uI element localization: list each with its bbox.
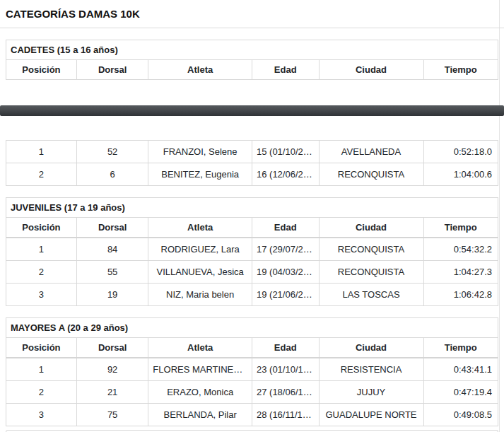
category-section-mayores-a: MAYORES A (20 a 29 años) Posición Dorsal… xyxy=(6,317,498,426)
col-edad: Edad xyxy=(252,338,319,358)
cell-ciudad: AVELLANEDA xyxy=(319,141,423,163)
cell-atleta: NIZ, Maria belen xyxy=(148,284,252,306)
cell-tiempo: 0:49:08.5 xyxy=(423,404,498,426)
cell-ciudad: RESISTENCIA xyxy=(319,358,423,381)
cell-tiempo: 1:06:42.8 xyxy=(423,284,498,306)
cell-ciudad: LAS TOSCAS xyxy=(319,284,423,306)
table-row: 1 84 RODRIGUEZ, Lara 17 (29/07/2002) REC… xyxy=(6,238,498,261)
col-ciudad: Ciudad xyxy=(319,338,423,358)
cell-atleta: VILLANUEVA, Jesica xyxy=(148,261,252,284)
cell-dorsal: 75 xyxy=(76,404,148,426)
ad-banner xyxy=(0,105,504,116)
cell-posicion: 2 xyxy=(6,381,76,404)
cell-edad: 15 (01/10/2003) xyxy=(252,141,319,163)
table-row: 3 75 BERLANDA, Pilar 28 (16/11/1990) GUA… xyxy=(6,404,498,426)
category-header-mayores-a: MAYORES A (20 a 29 años) xyxy=(6,318,498,338)
cell-dorsal: 55 xyxy=(76,261,148,284)
col-atleta: Atleta xyxy=(148,60,252,79)
cell-atleta: BERLANDA, Pilar xyxy=(148,404,252,426)
results-table-juveniles: Posición Dorsal Atleta Edad Ciudad Tiemp… xyxy=(6,218,498,305)
col-tiempo: Tiempo xyxy=(423,218,498,238)
col-atleta: Atleta xyxy=(148,338,252,358)
cell-atleta: RODRIGUEZ, Lara xyxy=(148,238,252,261)
cell-atleta: FRANZOI, Selene xyxy=(148,141,252,163)
cell-posicion: 1 xyxy=(6,141,76,163)
cell-edad: 28 (16/11/1990) xyxy=(252,404,319,426)
cell-ciudad: JUJUY xyxy=(319,381,423,404)
col-dorsal: Dorsal xyxy=(76,338,148,358)
results-table-cadetes: 1 52 FRANZOI, Selene 15 (01/10/2003) AVE… xyxy=(6,141,498,185)
cell-tiempo: 0:43:41.1 xyxy=(423,358,498,381)
cell-ciudad: RECONQUISTA xyxy=(319,163,423,186)
col-ciudad: Ciudad xyxy=(319,218,423,238)
results-page: CATEGORÍAS DAMAS 10K CADETES (15 a 16 añ… xyxy=(0,0,504,432)
cell-posicion: 3 xyxy=(6,284,76,306)
col-atleta: Atleta xyxy=(148,218,252,238)
col-posicion: Posición xyxy=(6,338,76,358)
col-posicion: Posición xyxy=(6,60,76,79)
category-section-juveniles: JUVENILES (17 a 19 años) Posición Dorsal… xyxy=(6,197,498,306)
cell-edad: 17 (29/07/2002) xyxy=(252,238,319,261)
cell-edad: 19 (21/06/2000) xyxy=(252,284,319,306)
cell-dorsal: 19 xyxy=(76,284,148,306)
results-table-cadetes-head: Posición Dorsal Atleta Edad Ciudad Tiemp… xyxy=(6,60,498,79)
cell-edad: 23 (01/10/1995) xyxy=(252,358,319,381)
cell-tiempo: 1:04:00.6 xyxy=(423,163,498,186)
cell-ciudad: GUADALUPE NORTE xyxy=(319,404,423,426)
cell-posicion: 2 xyxy=(6,163,76,186)
table-row: 1 52 FRANZOI, Selene 15 (01/10/2003) AVE… xyxy=(6,141,498,163)
cell-ciudad: RECONQUISTA xyxy=(319,261,423,284)
table-row: 3 19 NIZ, Maria belen 19 (21/06/2000) LA… xyxy=(6,284,498,306)
cell-atleta: BENITEZ, Eugenia xyxy=(148,163,252,186)
col-dorsal: Dorsal xyxy=(76,218,148,238)
cell-tiempo: 0:52:18.0 xyxy=(423,141,498,163)
cell-posicion: 3 xyxy=(6,404,76,426)
column-header-row: Posición Dorsal Atleta Edad Ciudad Tiemp… xyxy=(6,218,498,238)
page-title: CATEGORÍAS DAMAS 10K xyxy=(0,0,504,28)
col-dorsal: Dorsal xyxy=(76,60,148,79)
column-header-row: Posición Dorsal Atleta Edad Ciudad Tiemp… xyxy=(6,338,498,358)
cell-edad: 19 (04/03/2000) xyxy=(252,261,319,284)
cell-tiempo: 1:04:27.3 xyxy=(423,261,498,284)
col-tiempo: Tiempo xyxy=(423,338,498,358)
category-header-juveniles: JUVENILES (17 a 19 años) xyxy=(6,198,498,218)
cell-dorsal: 92 xyxy=(76,358,148,381)
cell-ciudad: RECONQUISTA xyxy=(319,238,423,261)
category-header-cadetes: CADETES (15 a 16 años) xyxy=(6,40,498,60)
results-table-mayores-a: Posición Dorsal Atleta Edad Ciudad Tiemp… xyxy=(6,338,498,426)
cell-dorsal: 52 xyxy=(76,141,148,163)
cell-posicion: 2 xyxy=(6,261,76,284)
col-tiempo: Tiempo xyxy=(423,60,498,79)
category-section-cadetes-head: CADETES (15 a 16 años) Posición Dorsal A… xyxy=(6,40,498,80)
cell-atleta: ERAZO, Monica xyxy=(148,381,252,404)
col-posicion: Posición xyxy=(6,218,76,238)
col-edad: Edad xyxy=(252,218,319,238)
cell-edad: 16 (12/06/2003) xyxy=(252,163,319,186)
cell-posicion: 1 xyxy=(6,358,76,381)
content-right-border xyxy=(499,0,500,432)
cell-tiempo: 0:47:19.4 xyxy=(423,381,498,404)
col-edad: Edad xyxy=(252,60,319,79)
cell-posicion: 1 xyxy=(6,238,76,261)
cell-dorsal: 21 xyxy=(76,381,148,404)
col-ciudad: Ciudad xyxy=(319,60,423,79)
table-row: 2 21 ERAZO, Monica 27 (18/06/1992) JUJUY… xyxy=(6,381,498,404)
table-row: 2 6 BENITEZ, Eugenia 16 (12/06/2003) REC… xyxy=(6,163,498,186)
cell-tiempo: 0:54:32.2 xyxy=(423,238,498,261)
cell-atleta: FLORES MARTINEZ, Ma… xyxy=(148,358,252,381)
cell-edad: 27 (18/06/1992) xyxy=(252,381,319,404)
table-row: 2 55 VILLANUEVA, Jesica 19 (04/03/2000) … xyxy=(6,261,498,284)
table-row: 1 92 FLORES MARTINEZ, Ma… 23 (01/10/1995… xyxy=(6,358,498,381)
category-section-cadetes-rows: 1 52 FRANZOI, Selene 15 (01/10/2003) AVE… xyxy=(6,140,498,186)
cell-dorsal: 6 xyxy=(76,163,148,186)
cell-dorsal: 84 xyxy=(76,238,148,261)
column-header-row: Posición Dorsal Atleta Edad Ciudad Tiemp… xyxy=(6,60,498,79)
